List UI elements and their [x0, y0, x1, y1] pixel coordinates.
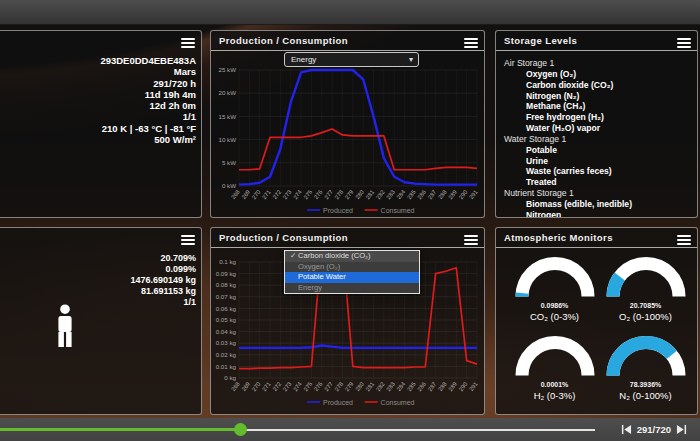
svg-text:268: 268: [230, 381, 241, 392]
storage-item: Methane (CH₄): [504, 101, 689, 112]
production-consumption-energy-panel: Production / Consumption Energy ▾ 268269…: [210, 30, 485, 218]
svg-text:291: 291: [468, 381, 479, 392]
partial-gauge: [691, 331, 698, 401]
gauge-value: 20.7085%: [600, 302, 691, 309]
svg-text:285: 285: [406, 189, 417, 200]
production-consumption-co2-panel: Production / Consumption 268269270271272…: [210, 227, 485, 415]
svg-text:0.08 kg: 0.08 kg: [216, 281, 237, 288]
svg-text:288: 288: [437, 381, 448, 392]
svg-text:0.09 kg: 0.09 kg: [216, 270, 237, 277]
svg-text:281: 281: [365, 189, 376, 200]
inhabitants-values: 20.709% 0.099% 1476.690149 kg 81.691153 …: [130, 253, 196, 308]
svg-text:287: 287: [427, 189, 438, 200]
gauge-arc: [692, 331, 699, 378]
panel-title: Production / Consumption: [211, 31, 484, 51]
svg-text:291: 291: [468, 189, 479, 200]
skip-to-end-button[interactable]: [676, 424, 687, 435]
storage-group: Air Storage 1: [504, 58, 689, 69]
solar-flux-value: 500 W/m²: [100, 134, 196, 145]
water-mass-value: 1476.690149 kg: [130, 275, 196, 286]
dropdown-option-potable-water[interactable]: .Potable Water: [285, 272, 419, 283]
panel-menu-icon[interactable]: [181, 38, 195, 49]
dropdown-option-carbon-dioxide[interactable]: ✓Carbon dioxide (CO₂): [285, 251, 419, 262]
svg-text:274: 274: [292, 188, 303, 200]
svg-text:0.04 kg: 0.04 kg: [216, 328, 237, 335]
check-icon: ✓: [290, 251, 298, 262]
simoc-dashboard: 293DE0DD4EBE483A Mars 291/720 h 11d 19h …: [0, 0, 700, 441]
svg-text:5 kW: 5 kW: [222, 159, 236, 166]
panel-menu-icon[interactable]: [464, 235, 478, 246]
svg-text:Produced: Produced: [323, 207, 353, 214]
storage-item: Urine: [504, 156, 689, 167]
panel-menu-icon[interactable]: [464, 38, 478, 49]
svg-text:20 kW: 20 kW: [218, 89, 236, 96]
currency-select-value: Energy: [291, 55, 316, 64]
svg-text:290: 290: [458, 381, 469, 392]
svg-text:0.05 kg: 0.05 kg: [216, 316, 237, 323]
storage-list: Air Storage 1 Oxygen (O₂) Carbon dioxide…: [496, 51, 697, 218]
svg-text:0.1 kg: 0.1 kg: [219, 258, 236, 265]
svg-text:275: 275: [303, 189, 314, 200]
gauge-arc: [510, 331, 600, 378]
svg-text:10 kW: 10 kW: [218, 136, 236, 143]
mission-time-value: 291/720 h: [100, 78, 196, 89]
remaining-time-value: 12d 2h 0m: [100, 100, 196, 111]
mission-info-values: 293DE0DD4EBE483A Mars 291/720 h 11d 19h …: [100, 55, 196, 145]
storage-item: Oxygen (O₂): [504, 69, 689, 80]
svg-text:281: 281: [365, 381, 376, 392]
gauge-label: CO₂ (0-3%): [509, 311, 600, 322]
svg-text:279: 279: [344, 189, 355, 200]
svg-text:285: 285: [406, 381, 417, 392]
svg-text:283: 283: [385, 189, 396, 200]
svg-text:286: 286: [416, 189, 427, 200]
storage-levels-panel: Storage Levels Air Storage 1 Oxygen (O₂)…: [495, 30, 698, 218]
svg-text:0.01 kg: 0.01 kg: [216, 363, 237, 370]
svg-text:270: 270: [251, 189, 262, 200]
gauge-label: O₂ (0-100%): [600, 311, 691, 322]
svg-text:289: 289: [447, 381, 458, 392]
svg-text:288: 288: [437, 189, 448, 200]
svg-text:271: 271: [261, 381, 272, 392]
timeline-track[interactable]: [0, 429, 595, 431]
svg-text:268: 268: [230, 189, 241, 200]
svg-text:289: 289: [447, 189, 458, 200]
storage-item: Potable: [504, 145, 689, 156]
gauge-grid: 0.0986% CO₂ (0-3%) 20.7085% O₂ (0-100%) …: [509, 252, 698, 410]
svg-text:0.06 kg: 0.06 kg: [216, 305, 237, 312]
crew-count-value: 1/1: [100, 111, 196, 122]
panel-menu-icon[interactable]: [677, 38, 691, 49]
location-value: Mars: [100, 66, 196, 77]
storage-item: Waste (carries feces): [504, 166, 689, 177]
svg-text:290: 290: [458, 189, 469, 200]
storage-group: Nutrient Storage 1: [504, 188, 689, 199]
panel-menu-icon[interactable]: [677, 235, 691, 246]
svg-text:283: 283: [385, 381, 396, 392]
gauge-arc: [692, 252, 699, 299]
panel-title: Atmospheric Monitors: [496, 228, 697, 248]
svg-text:276: 276: [313, 189, 324, 200]
food-mass-value: 81.691153 kg: [130, 286, 196, 297]
svg-text:0.03 kg: 0.03 kg: [216, 339, 237, 346]
svg-text:272: 272: [271, 381, 282, 392]
svg-text:0 kg: 0 kg: [224, 374, 236, 381]
timeline-thumb[interactable]: [234, 423, 247, 436]
svg-text:269: 269: [240, 189, 251, 200]
panel-title: Production / Consumption: [211, 228, 484, 248]
svg-text:287: 287: [427, 381, 438, 392]
timeline-progress: [0, 428, 240, 431]
svg-text:270: 270: [251, 381, 262, 392]
dropdown-option-oxygen[interactable]: .Oxygen (O₂): [285, 262, 419, 273]
gauge-arc: [601, 331, 691, 378]
svg-text:282: 282: [375, 381, 386, 392]
mission-info-panel: 293DE0DD4EBE483A Mars 291/720 h 11d 19h …: [0, 30, 202, 218]
svg-text:0.02 kg: 0.02 kg: [216, 351, 237, 358]
panel-menu-icon[interactable]: [181, 235, 195, 246]
svg-text:280: 280: [354, 189, 365, 200]
svg-text:Consumed: Consumed: [381, 207, 415, 214]
mission-id-value: 293DE0DD4EBE483A: [100, 55, 196, 66]
skip-to-start-button[interactable]: [621, 424, 632, 435]
svg-text:0 kW: 0 kW: [222, 182, 236, 189]
storage-item: Free hydrogen (H₂): [504, 112, 689, 123]
svg-text:15 kW: 15 kW: [218, 113, 236, 120]
dropdown-option-energy[interactable]: .Energy: [285, 283, 419, 294]
